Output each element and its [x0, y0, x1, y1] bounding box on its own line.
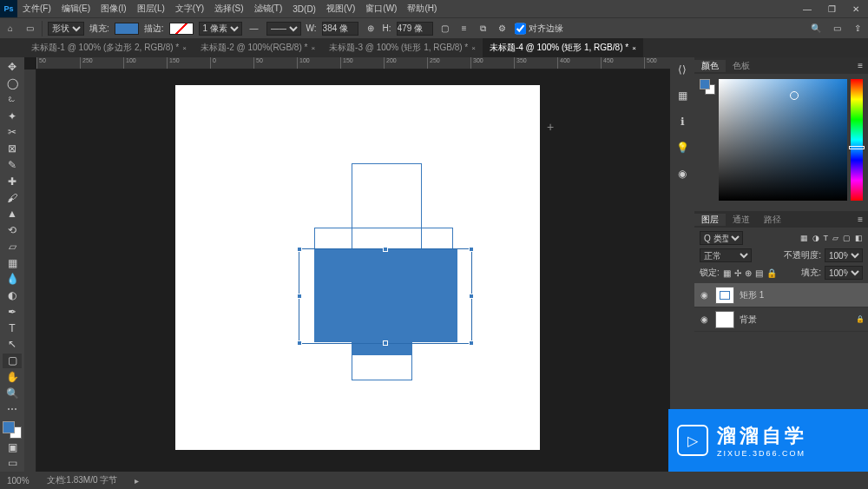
layer-thumb[interactable]	[715, 287, 734, 304]
rectangle-tool[interactable]: ▢	[3, 354, 22, 368]
filter-pixel-icon[interactable]: ▦	[800, 234, 808, 242]
layer-filter-select[interactable]: Q 类型	[700, 231, 743, 245]
window-close[interactable]: ✕	[844, 0, 868, 17]
path-select-tool[interactable]: ↖	[3, 337, 22, 352]
color-tab[interactable]: 颜色	[694, 60, 726, 72]
wand-tool[interactable]: ✦	[3, 109, 22, 123]
move-tool[interactable]: ✥	[3, 60, 22, 75]
height-input[interactable]	[397, 22, 433, 36]
window-minimize[interactable]: —	[795, 0, 819, 17]
panel-menu-icon[interactable]: ≡	[852, 61, 868, 70]
lasso-tool[interactable]: ఒ	[3, 93, 22, 108]
canvas[interactable]	[175, 85, 540, 450]
history-brush-tool[interactable]: ⟲	[3, 223, 22, 238]
lock-nest-icon[interactable]: ▤	[755, 268, 763, 278]
handle-e[interactable]	[469, 294, 474, 299]
eraser-tool[interactable]: ▱	[3, 239, 22, 254]
menu-3d[interactable]: 3D(D)	[287, 4, 321, 14]
doc-info-arrow[interactable]: ▸	[135, 476, 139, 486]
handle-se[interactable]	[469, 340, 474, 346]
blur-tool[interactable]: 💧	[3, 272, 22, 287]
menu-image[interactable]: 图像(I)	[95, 3, 131, 15]
handle-n[interactable]	[383, 247, 388, 252]
frame-tool[interactable]: ⊠	[3, 142, 22, 156]
doc-info[interactable]: 文档:1.83M/0 字节	[47, 474, 118, 486]
menu-help[interactable]: 帮助(H)	[402, 3, 442, 15]
menu-view[interactable]: 视图(V)	[321, 3, 360, 15]
layers-tab[interactable]: 图层	[694, 214, 726, 226]
hue-slider[interactable]	[851, 79, 863, 201]
brush-tool[interactable]: 🖌	[3, 190, 22, 205]
handle-w[interactable]	[297, 294, 302, 299]
menu-filter[interactable]: 滤镜(T)	[249, 3, 288, 15]
fill-select[interactable]: 100%	[825, 266, 863, 280]
close-icon[interactable]: ×	[182, 44, 187, 52]
dodge-tool[interactable]: ◐	[3, 288, 22, 303]
type-tool[interactable]: T	[3, 320, 22, 335]
handle-sw[interactable]	[297, 340, 302, 346]
history-panel-icon[interactable]: ⟨⟩	[674, 61, 691, 78]
filter-shape-icon[interactable]: ▱	[832, 234, 838, 242]
layer-name[interactable]: 背景	[740, 314, 757, 326]
hand-tool[interactable]: ✋	[3, 370, 22, 385]
close-icon[interactable]: ×	[632, 44, 636, 52]
path-align-icon[interactable]: ≡	[457, 22, 471, 36]
menu-window[interactable]: 窗口(W)	[360, 3, 402, 15]
color-cursor[interactable]	[790, 91, 799, 100]
screenmode-tool[interactable]: ▭	[3, 456, 22, 471]
heal-tool[interactable]: ✚	[3, 174, 22, 188]
ruler-vertical[interactable]	[24, 69, 36, 472]
lock-all-icon[interactable]: ▦	[723, 268, 731, 278]
doc-tab-2[interactable]: 未标题-2 @ 100%(RGB/8) *×	[194, 38, 322, 57]
gear-icon[interactable]: ⚙	[496, 22, 510, 36]
edit-toolbar[interactable]: ⋯	[3, 402, 22, 417]
stamp-tool[interactable]: ▲	[3, 207, 22, 221]
search-icon[interactable]: 🔍	[809, 22, 823, 36]
char-panel-icon[interactable]: 💡	[674, 139, 691, 156]
blend-mode-select[interactable]: 正常	[700, 248, 752, 262]
filter-type-icon[interactable]: T	[824, 234, 829, 242]
color-swatches[interactable]	[3, 421, 22, 439]
stroke-type-select[interactable]: ———	[266, 22, 301, 36]
info-panel-icon[interactable]: ℹ	[674, 113, 691, 130]
ruler-horizontal[interactable]: 5025010015005010015020025030035040045050…	[36, 57, 670, 69]
align-edges-checkbox[interactable]: 对齐边缘	[515, 22, 563, 36]
doc-tab-4[interactable]: 未标题-4 @ 100% (矩形 1, RGB/8) *×	[483, 38, 643, 57]
menu-type[interactable]: 文字(Y)	[170, 3, 209, 15]
gradient-tool[interactable]: ▦	[3, 255, 22, 270]
handle-s[interactable]	[383, 340, 388, 346]
path-arrange-icon[interactable]: ⧉	[477, 22, 490, 36]
filter-toggle-icon[interactable]: ◧	[855, 234, 863, 242]
eyedropper-tool[interactable]: ✎	[3, 158, 22, 173]
share-icon[interactable]: ⇪	[851, 22, 865, 36]
lock-icon[interactable]: 🔒	[766, 268, 777, 278]
pen-tool[interactable]: ✒	[3, 304, 22, 319]
crop-tool[interactable]: ✂	[3, 125, 22, 140]
marquee-tool[interactable]: ◯	[3, 76, 22, 91]
filter-adjust-icon[interactable]: ◑	[812, 234, 819, 242]
link-wh-icon[interactable]: ⊕	[364, 22, 378, 36]
stroke-swatch[interactable]	[169, 23, 194, 35]
properties-panel-icon[interactable]: ▦	[674, 87, 691, 104]
doc-tab-3[interactable]: 未标题-3 @ 100% (矩形 1, RGB/8) *×	[322, 38, 483, 57]
workspace-icon[interactable]: ▭	[830, 22, 844, 36]
panel-menu-icon[interactable]: ≡	[852, 215, 868, 224]
handle-ne[interactable]	[469, 247, 474, 252]
handle-nw[interactable]	[297, 247, 302, 252]
menu-layer[interactable]: 图层(L)	[132, 3, 170, 15]
menu-edit[interactable]: 编辑(E)	[56, 3, 95, 15]
swatches-tab[interactable]: 色板	[726, 60, 757, 72]
selection-bounding-box[interactable]	[299, 248, 472, 344]
zoom-tool[interactable]: 🔍	[3, 386, 22, 400]
color-field[interactable]	[719, 79, 847, 201]
channels-tab[interactable]: 通道	[726, 214, 757, 226]
layer-row-background[interactable]: ◉ 背景 🔒	[694, 307, 868, 332]
close-icon[interactable]: ×	[471, 44, 476, 52]
layer-name[interactable]: 矩形 1	[740, 289, 764, 301]
visibility-toggle[interactable]: ◉	[698, 314, 710, 324]
opacity-select[interactable]: 100%	[825, 248, 863, 262]
tool-preset-icon[interactable]: ▭	[23, 22, 36, 36]
window-restore[interactable]: ❐	[819, 0, 844, 17]
zoom-level[interactable]: 100%	[7, 476, 30, 486]
lock-pos-icon[interactable]: ✢	[734, 268, 741, 278]
